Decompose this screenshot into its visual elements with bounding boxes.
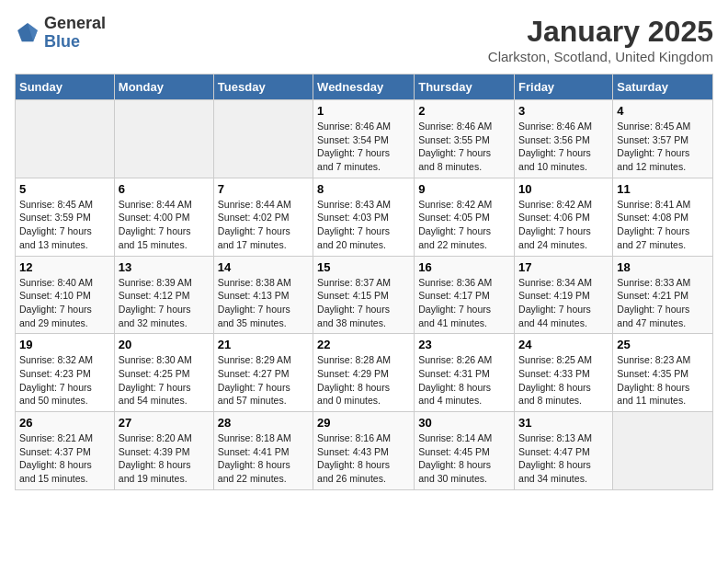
- day-number: 28: [218, 416, 309, 430]
- day-cell: 26Sunrise: 8:21 AM Sunset: 4:37 PM Dayli…: [16, 412, 115, 490]
- day-info: Sunrise: 8:13 AM Sunset: 4:47 PM Dayligh…: [518, 431, 609, 486]
- day-cell: 3Sunrise: 8:46 AM Sunset: 3:56 PM Daylig…: [515, 100, 613, 178]
- title-block: January 2025 Clarkston, Scotland, United…: [488, 15, 713, 64]
- day-info: Sunrise: 8:36 AM Sunset: 4:17 PM Dayligh…: [418, 276, 510, 330]
- day-info: Sunrise: 8:23 AM Sunset: 4:35 PM Dayligh…: [617, 353, 709, 408]
- day-info: Sunrise: 8:25 AM Sunset: 4:33 PM Dayligh…: [518, 353, 609, 408]
- week-row-3: 12Sunrise: 8:40 AM Sunset: 4:10 PM Dayli…: [16, 256, 713, 334]
- day-info: Sunrise: 8:46 AM Sunset: 3:54 PM Dayligh…: [317, 120, 410, 174]
- day-cell: 8Sunrise: 8:43 AM Sunset: 4:03 PM Daylig…: [313, 178, 415, 256]
- day-cell: 1Sunrise: 8:46 AM Sunset: 3:54 PM Daylig…: [313, 100, 415, 178]
- day-info: Sunrise: 8:42 AM Sunset: 4:05 PM Dayligh…: [418, 198, 510, 252]
- day-info: Sunrise: 8:42 AM Sunset: 4:06 PM Dayligh…: [518, 198, 609, 252]
- day-info: Sunrise: 8:45 AM Sunset: 3:57 PM Dayligh…: [617, 120, 709, 174]
- day-cell: 15Sunrise: 8:37 AM Sunset: 4:15 PM Dayli…: [313, 256, 415, 334]
- day-cell: 31Sunrise: 8:13 AM Sunset: 4:47 PM Dayli…: [515, 412, 613, 490]
- day-number: 21: [218, 338, 309, 351]
- week-row-1: 1Sunrise: 8:46 AM Sunset: 3:54 PM Daylig…: [16, 100, 713, 178]
- day-number: 29: [317, 416, 410, 430]
- day-number: 12: [19, 260, 110, 274]
- day-number: 19: [19, 338, 110, 351]
- day-info: Sunrise: 8:34 AM Sunset: 4:19 PM Dayligh…: [518, 276, 609, 330]
- weekday-header-saturday: Saturday: [613, 75, 713, 100]
- day-info: Sunrise: 8:39 AM Sunset: 4:12 PM Dayligh…: [119, 276, 210, 330]
- day-info: Sunrise: 8:44 AM Sunset: 4:00 PM Dayligh…: [119, 198, 210, 252]
- day-info: Sunrise: 8:46 AM Sunset: 3:56 PM Dayligh…: [518, 120, 609, 174]
- day-cell: [114, 100, 213, 178]
- day-cell: 16Sunrise: 8:36 AM Sunset: 4:17 PM Dayli…: [415, 256, 515, 334]
- day-cell: 18Sunrise: 8:33 AM Sunset: 4:21 PM Dayli…: [613, 256, 713, 334]
- day-cell: 28Sunrise: 8:18 AM Sunset: 4:41 PM Dayli…: [213, 412, 313, 490]
- day-number: 27: [119, 416, 210, 430]
- day-cell: 2Sunrise: 8:46 AM Sunset: 3:55 PM Daylig…: [415, 100, 515, 178]
- weekday-header-friday: Friday: [515, 75, 613, 100]
- day-number: 31: [518, 416, 609, 430]
- week-row-2: 5Sunrise: 8:45 AM Sunset: 3:59 PM Daylig…: [16, 178, 713, 256]
- day-info: Sunrise: 8:21 AM Sunset: 4:37 PM Dayligh…: [19, 431, 110, 486]
- logo-blue-text: Blue: [44, 32, 80, 51]
- day-cell: [16, 100, 115, 178]
- day-cell: 9Sunrise: 8:42 AM Sunset: 4:05 PM Daylig…: [415, 178, 515, 256]
- day-cell: 27Sunrise: 8:20 AM Sunset: 4:39 PM Dayli…: [114, 412, 213, 490]
- day-number: 2: [418, 104, 510, 118]
- day-number: 9: [418, 182, 510, 196]
- day-number: 17: [518, 260, 609, 274]
- day-cell: 13Sunrise: 8:39 AM Sunset: 4:12 PM Dayli…: [114, 256, 213, 334]
- day-number: 7: [218, 182, 309, 196]
- day-cell: 23Sunrise: 8:26 AM Sunset: 4:31 PM Dayli…: [415, 334, 515, 412]
- calendar-title: January 2025: [488, 15, 713, 49]
- day-number: 22: [317, 338, 410, 351]
- day-cell: 20Sunrise: 8:30 AM Sunset: 4:25 PM Dayli…: [114, 334, 213, 412]
- day-info: Sunrise: 8:41 AM Sunset: 4:08 PM Dayligh…: [617, 198, 709, 252]
- day-number: 16: [418, 260, 510, 274]
- day-number: 4: [617, 104, 709, 118]
- day-cell: 10Sunrise: 8:42 AM Sunset: 4:06 PM Dayli…: [515, 178, 613, 256]
- day-number: 20: [119, 338, 210, 351]
- day-info: Sunrise: 8:29 AM Sunset: 4:27 PM Dayligh…: [218, 353, 309, 408]
- logo-general-text: General: [44, 14, 106, 32]
- day-info: Sunrise: 8:40 AM Sunset: 4:10 PM Dayligh…: [19, 276, 110, 330]
- day-cell: 22Sunrise: 8:28 AM Sunset: 4:29 PM Dayli…: [313, 334, 415, 412]
- day-info: Sunrise: 8:30 AM Sunset: 4:25 PM Dayligh…: [119, 353, 210, 408]
- day-info: Sunrise: 8:44 AM Sunset: 4:02 PM Dayligh…: [218, 198, 309, 252]
- day-cell: 4Sunrise: 8:45 AM Sunset: 3:57 PM Daylig…: [613, 100, 713, 178]
- day-number: 26: [19, 416, 110, 430]
- day-number: 30: [418, 416, 510, 430]
- day-cell: 5Sunrise: 8:45 AM Sunset: 3:59 PM Daylig…: [16, 178, 115, 256]
- calendar-table: SundayMondayTuesdayWednesdayThursdayFrid…: [15, 74, 713, 490]
- day-cell: 25Sunrise: 8:23 AM Sunset: 4:35 PM Dayli…: [613, 334, 713, 412]
- day-info: Sunrise: 8:16 AM Sunset: 4:43 PM Dayligh…: [317, 431, 410, 486]
- day-cell: 14Sunrise: 8:38 AM Sunset: 4:13 PM Dayli…: [213, 256, 313, 334]
- day-info: Sunrise: 8:45 AM Sunset: 3:59 PM Dayligh…: [19, 198, 110, 252]
- day-cell: 24Sunrise: 8:25 AM Sunset: 4:33 PM Dayli…: [515, 334, 613, 412]
- day-number: 5: [19, 182, 110, 196]
- day-number: 10: [518, 182, 609, 196]
- logo: General Blue: [15, 15, 106, 52]
- calendar-subtitle: Clarkston, Scotland, United Kingdom: [488, 49, 713, 64]
- day-number: 1: [317, 104, 410, 118]
- day-info: Sunrise: 8:18 AM Sunset: 4:41 PM Dayligh…: [218, 431, 309, 486]
- day-cell: 6Sunrise: 8:44 AM Sunset: 4:00 PM Daylig…: [114, 178, 213, 256]
- day-info: Sunrise: 8:43 AM Sunset: 4:03 PM Dayligh…: [317, 198, 410, 252]
- day-cell: 30Sunrise: 8:14 AM Sunset: 4:45 PM Dayli…: [415, 412, 515, 490]
- day-info: Sunrise: 8:20 AM Sunset: 4:39 PM Dayligh…: [119, 431, 210, 486]
- day-number: 18: [617, 260, 709, 274]
- day-cell: 7Sunrise: 8:44 AM Sunset: 4:02 PM Daylig…: [213, 178, 313, 256]
- day-info: Sunrise: 8:14 AM Sunset: 4:45 PM Dayligh…: [418, 431, 510, 486]
- weekday-header-wednesday: Wednesday: [313, 75, 415, 100]
- day-number: 14: [218, 260, 309, 274]
- day-info: Sunrise: 8:46 AM Sunset: 3:55 PM Dayligh…: [418, 120, 510, 174]
- day-info: Sunrise: 8:33 AM Sunset: 4:21 PM Dayligh…: [617, 276, 709, 330]
- day-number: 23: [418, 338, 510, 351]
- day-number: 13: [119, 260, 210, 274]
- page-header: General Blue January 2025 Clarkston, Sco…: [15, 15, 713, 64]
- weekday-header-thursday: Thursday: [415, 75, 515, 100]
- day-info: Sunrise: 8:26 AM Sunset: 4:31 PM Dayligh…: [418, 353, 510, 408]
- day-cell: [613, 412, 713, 490]
- week-row-5: 26Sunrise: 8:21 AM Sunset: 4:37 PM Dayli…: [16, 412, 713, 490]
- weekday-header-monday: Monday: [114, 75, 213, 100]
- day-cell: 12Sunrise: 8:40 AM Sunset: 4:10 PM Dayli…: [16, 256, 115, 334]
- day-number: 11: [617, 182, 709, 196]
- day-cell: [213, 100, 313, 178]
- day-number: 24: [518, 338, 609, 351]
